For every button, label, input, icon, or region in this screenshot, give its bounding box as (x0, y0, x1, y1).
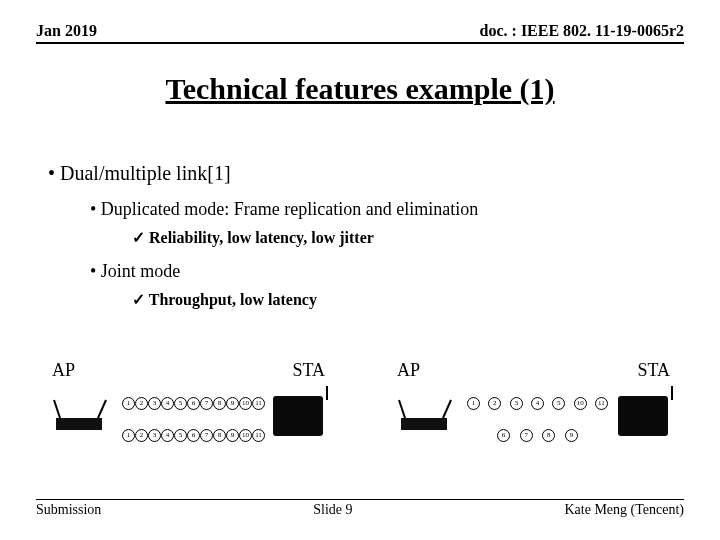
bullet-throughput: Throughput, low latency (132, 290, 672, 309)
frame-number: 11 (252, 397, 265, 410)
svg-rect-0 (56, 418, 102, 430)
frame-number: 1 (122, 429, 135, 442)
frame-number: 7 (520, 429, 533, 442)
content: Dual/multiple link[1] Duplicated mode: F… (48, 148, 672, 309)
frame-number: 11 (252, 429, 265, 442)
ap-label: AP (397, 360, 420, 381)
frame-number: 11 (595, 397, 608, 410)
sta-label: STA (637, 360, 670, 381)
frame-number: 3 (510, 397, 523, 410)
svg-line-1 (54, 400, 60, 418)
sta-icon (273, 396, 323, 436)
frame-number: 8 (213, 429, 226, 442)
sta-icon (618, 396, 668, 436)
header-date: Jan 2019 (36, 22, 97, 40)
frame-number: 2 (488, 397, 501, 410)
frame-number: 9 (565, 429, 578, 442)
header-doc: doc. : IEEE 802. 11-19-0065r2 (480, 22, 684, 40)
bullet-dual-link: Dual/multiple link[1] (48, 162, 672, 185)
page-title: Technical features example (1) (0, 72, 720, 106)
seq-bottom: 1234567891011 (122, 424, 263, 446)
frame-number: 6 (187, 397, 200, 410)
frame-number: 2 (135, 429, 148, 442)
frame-number: 7 (200, 397, 213, 410)
footer-right: Kate Meng (Tencent) (564, 502, 684, 518)
frame-number: 5 (552, 397, 565, 410)
frame-number: 10 (239, 397, 252, 410)
frame-number: 1 (122, 397, 135, 410)
bullet-duplicated-mode: Duplicated mode: Frame replication and e… (90, 199, 672, 220)
diagram-duplicated: AP STA 1234567891011 1234567891011 (30, 344, 345, 474)
svg-rect-3 (401, 418, 447, 430)
svg-line-4 (399, 400, 405, 418)
frame-number: 4 (531, 397, 544, 410)
frame-number: 3 (148, 429, 161, 442)
frame-number: 1 (467, 397, 480, 410)
frame-number: 8 (213, 397, 226, 410)
frame-number: 5 (174, 429, 187, 442)
ap-icon (397, 398, 457, 434)
frame-number: 10 (239, 429, 252, 442)
footer-left: Submission (36, 502, 101, 518)
bullet-reliability: Reliability, low latency, low jitter (132, 228, 672, 247)
diagram-joint: AP STA 123451011 6789 (375, 344, 690, 474)
seq-top: 1234567891011 (122, 392, 263, 414)
frame-number: 10 (574, 397, 587, 410)
ap-icon (52, 398, 112, 434)
frame-number: 4 (161, 397, 174, 410)
frame-number: 8 (542, 429, 555, 442)
frame-number: 9 (226, 429, 239, 442)
frame-number: 5 (174, 397, 187, 410)
seq-top: 123451011 (467, 392, 608, 414)
bullet-joint-mode: Joint mode (90, 261, 672, 282)
svg-line-5 (443, 400, 451, 418)
frame-number: 4 (161, 429, 174, 442)
svg-line-2 (98, 400, 106, 418)
frame-number: 9 (226, 397, 239, 410)
sta-label: STA (292, 360, 325, 381)
frame-number: 3 (148, 397, 161, 410)
seq-bottom: 6789 (497, 424, 578, 446)
ap-label: AP (52, 360, 75, 381)
footer-center: Slide 9 (313, 502, 352, 518)
frame-number: 2 (135, 397, 148, 410)
frame-number: 7 (200, 429, 213, 442)
frame-number: 6 (187, 429, 200, 442)
frame-number: 6 (497, 429, 510, 442)
